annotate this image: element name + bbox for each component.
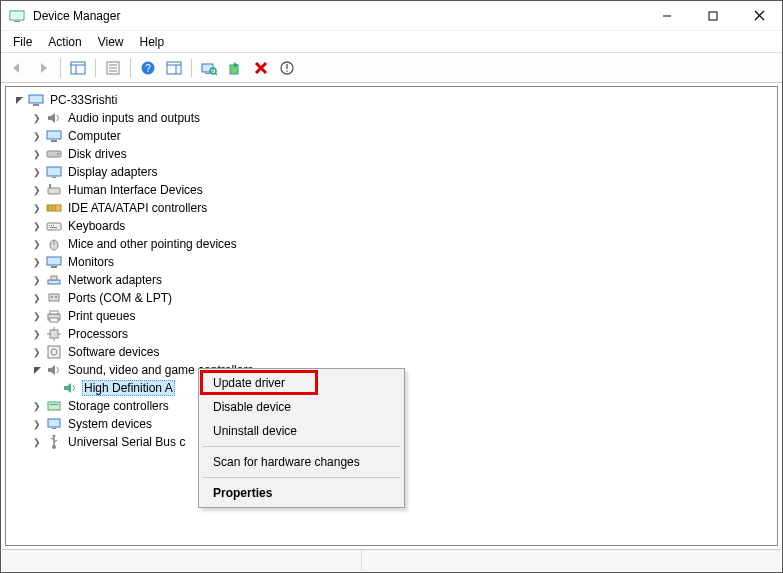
expand-icon[interactable]: ❯	[30, 327, 44, 341]
tree-root-label: PC-33Srishti	[48, 92, 119, 108]
tree-item-ports[interactable]: ❯ Ports (COM & LPT)	[6, 289, 777, 307]
menu-view[interactable]: View	[90, 33, 132, 51]
tree-item-processors[interactable]: ❯ Processors	[6, 325, 777, 343]
display-icon	[46, 164, 62, 180]
computer-icon	[28, 92, 44, 108]
speaker-icon	[62, 380, 78, 396]
app-icon	[9, 8, 25, 24]
expand-icon[interactable]: ❯	[30, 237, 44, 251]
expand-icon[interactable]: ❯	[30, 165, 44, 179]
tree-item-mice[interactable]: ❯ Mice and other pointing devices	[6, 235, 777, 253]
expand-icon[interactable]: ❯	[30, 291, 44, 305]
expand-icon[interactable]: ❯	[30, 399, 44, 413]
tree-item-ide[interactable]: ❯ IDE ATA/ATAPI controllers	[6, 199, 777, 217]
action-pane-button[interactable]	[162, 56, 186, 80]
context-separator	[203, 477, 400, 478]
software-icon	[46, 344, 62, 360]
properties-button[interactable]	[101, 56, 125, 80]
minimize-button[interactable]	[644, 1, 690, 31]
tree-item-computer[interactable]: ❯ Computer	[6, 127, 777, 145]
disable-device-button[interactable]	[275, 56, 299, 80]
tree-item-label: Network adapters	[66, 272, 164, 288]
uninstall-device-button[interactable]	[249, 56, 273, 80]
help-button[interactable]: ?	[136, 56, 160, 80]
expand-icon[interactable]: ❯	[30, 345, 44, 359]
expand-icon[interactable]	[12, 93, 26, 107]
svg-point-55	[55, 296, 57, 298]
tree-item-network[interactable]: ❯ Network adapters	[6, 271, 777, 289]
cpu-icon	[46, 326, 62, 342]
svg-rect-53	[49, 294, 59, 301]
toolbar-separator	[95, 58, 96, 78]
context-menu: Update driver Disable device Uninstall d…	[198, 368, 405, 508]
tree-root[interactable]: PC-33Srishti	[6, 91, 777, 109]
expand-icon[interactable]: ❯	[30, 309, 44, 323]
svg-rect-46	[50, 227, 57, 228]
expand-icon[interactable]: ❯	[30, 129, 44, 143]
svg-rect-36	[48, 188, 60, 194]
monitor-icon	[46, 128, 62, 144]
tree-item-label: Keyboards	[66, 218, 127, 234]
svg-rect-45	[53, 225, 54, 226]
scan-hardware-button[interactable]	[197, 56, 221, 80]
tree-item-label: Universal Serial Bus c	[66, 434, 187, 450]
context-properties[interactable]: Properties	[201, 481, 402, 505]
show-hide-console-tree-button[interactable]	[66, 56, 90, 80]
titlebar: Device Manager	[1, 1, 782, 31]
context-scan-hardware[interactable]: Scan for hardware changes	[201, 450, 402, 474]
expand-icon[interactable]: ❯	[30, 111, 44, 125]
mouse-icon	[46, 236, 62, 252]
maximize-button[interactable]	[690, 1, 736, 31]
update-driver-button[interactable]	[223, 56, 247, 80]
storage-icon	[46, 398, 62, 414]
svg-rect-67	[50, 404, 58, 405]
tree-item-printqueues[interactable]: ❯ Print queues	[6, 307, 777, 325]
tree-item-label: Software devices	[66, 344, 161, 360]
expand-icon[interactable]: ❯	[30, 273, 44, 287]
menu-help[interactable]: Help	[132, 33, 173, 51]
back-button[interactable]	[5, 56, 29, 80]
expand-icon[interactable]: ❯	[30, 201, 44, 215]
tree-item-label: Audio inputs and outputs	[66, 110, 202, 126]
tree-item-label: Ports (COM & LPT)	[66, 290, 174, 306]
expand-icon[interactable]: ❯	[30, 183, 44, 197]
svg-rect-68	[48, 419, 60, 427]
tree-item-monitors[interactable]: ❯ Monitors	[6, 253, 777, 271]
status-cell	[2, 550, 362, 571]
expand-icon[interactable]: ❯	[30, 417, 44, 431]
speaker-icon	[46, 362, 62, 378]
svg-rect-59	[50, 330, 58, 338]
context-uninstall-device[interactable]: Uninstall device	[201, 419, 402, 443]
context-update-driver[interactable]: Update driver	[201, 371, 402, 395]
svg-rect-20	[205, 73, 210, 74]
svg-point-54	[51, 296, 53, 298]
tree-item-label: Storage controllers	[66, 398, 171, 414]
svg-rect-57	[50, 311, 58, 314]
expand-icon[interactable]: ❯	[30, 219, 44, 233]
ide-icon	[46, 200, 62, 216]
tree-item-software[interactable]: ❯ Software devices	[6, 343, 777, 361]
forward-button[interactable]	[31, 56, 55, 80]
disk-icon	[46, 146, 62, 162]
tree-item-label: Print queues	[66, 308, 137, 324]
tree-item-label: IDE ATA/ATAPI controllers	[66, 200, 209, 216]
expand-icon[interactable]: ❯	[30, 255, 44, 269]
menu-action[interactable]: Action	[40, 33, 89, 51]
tree-item-display[interactable]: ❯ Display adapters	[6, 163, 777, 181]
expand-icon[interactable]: ❯	[30, 147, 44, 161]
expand-icon[interactable]: ❯	[30, 435, 44, 449]
svg-rect-58	[50, 318, 58, 322]
collapse-icon[interactable]	[30, 363, 44, 377]
tree-item-hid[interactable]: ❯ Human Interface Devices	[6, 181, 777, 199]
svg-rect-16	[167, 62, 181, 74]
tree-item-disk[interactable]: ❯ Disk drives	[6, 145, 777, 163]
menu-file[interactable]: File	[5, 33, 40, 51]
hid-icon	[46, 182, 62, 198]
tree-item-label: Disk drives	[66, 146, 129, 162]
tree-item-keyboards[interactable]: ❯ Keyboards	[6, 217, 777, 235]
tree-item-audio[interactable]: ❯ Audio inputs and outputs	[6, 109, 777, 127]
svg-rect-4	[709, 12, 717, 20]
context-disable-device[interactable]: Disable device	[201, 395, 402, 419]
printer-icon	[46, 308, 62, 324]
close-button[interactable]	[736, 1, 782, 31]
